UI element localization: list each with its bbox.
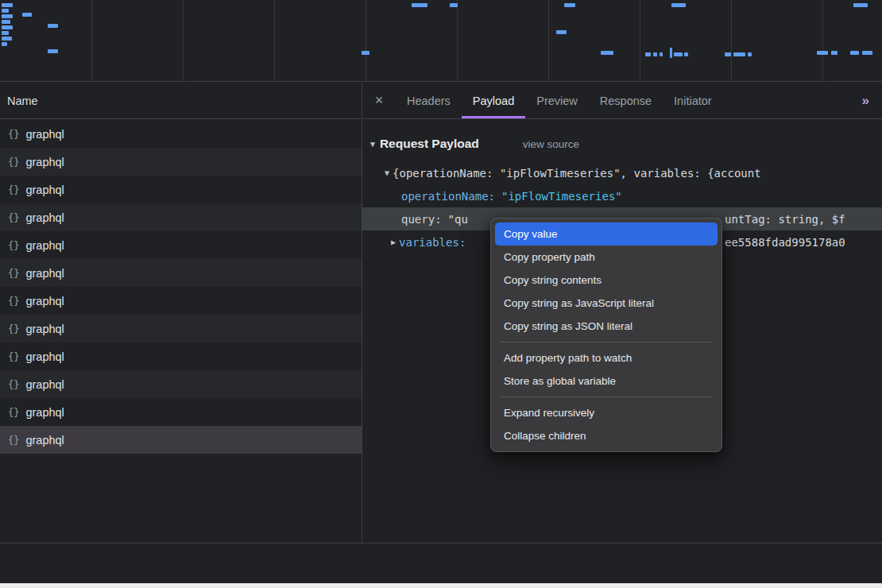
network-row[interactable]: {}graphql: [0, 287, 362, 315]
timeline-request-bar: [2, 14, 13, 18]
timeline-request-bar: [853, 3, 868, 7]
chevron-double-right-icon: »: [862, 93, 869, 109]
network-row[interactable]: {}graphql: [0, 148, 362, 176]
timeline-request-bar: [2, 20, 10, 24]
disclosure-collapsed-icon[interactable]: ▶: [391, 238, 396, 246]
network-row[interactable]: {}graphql: [0, 398, 362, 426]
details-tab-bar: × HeadersPayloadPreviewResponseInitiator…: [362, 83, 882, 119]
close-icon: ×: [375, 92, 384, 109]
menu-separator: [501, 397, 712, 397]
property-key: variables:: [399, 236, 466, 249]
property-key: query:: [401, 213, 442, 226]
timeline-request-bar: [412, 3, 427, 7]
window-bottom-edge: [0, 583, 882, 588]
network-row[interactable]: {}graphql: [0, 259, 362, 287]
menu-item-copy-string-as-json-literal[interactable]: Copy string as JSON literal: [495, 315, 718, 338]
root-object-preview: {operationName: "ipFlowTimeseries", vari…: [393, 167, 761, 180]
timeline-request-bar: [564, 3, 575, 7]
json-braces-icon: {}: [8, 379, 19, 390]
tab-preview[interactable]: Preview: [525, 83, 589, 118]
menu-item-expand-recursively[interactable]: Expand recursively: [495, 401, 718, 424]
json-braces-icon: {}: [8, 129, 19, 140]
menu-item-copy-property-path[interactable]: Copy property path: [495, 246, 718, 269]
menu-item-collapse-children[interactable]: Collapse children: [495, 424, 718, 447]
request-name: graphql: [25, 434, 64, 447]
timeline-gridline: [183, 0, 184, 81]
json-braces-icon: {}: [8, 240, 19, 251]
timeline-request-bar: [450, 3, 458, 7]
footer-area: [0, 544, 882, 583]
json-braces-icon: {}: [8, 157, 19, 168]
close-button[interactable]: ×: [362, 83, 396, 118]
disclosure-expanded-icon[interactable]: ▼: [385, 168, 389, 177]
timeline-request-bar: [556, 30, 567, 34]
tab-headers[interactable]: Headers: [396, 83, 462, 118]
json-braces-icon: {}: [8, 407, 19, 418]
network-row[interactable]: {}graphql: [0, 120, 362, 148]
network-row[interactable]: {}graphql: [0, 203, 362, 231]
menu-item-copy-string-as-javascript-literal[interactable]: Copy string as JavaScript literal: [495, 292, 718, 315]
timeline-gridline: [548, 0, 549, 81]
network-row[interactable]: {}graphql: [0, 315, 362, 342]
request-list: {}graphql{}graphql{}graphql{}graphql{}gr…: [0, 120, 362, 454]
json-braces-icon: {}: [8, 268, 19, 279]
timeline-request-bar: [2, 37, 12, 41]
timeline-request-bar: [817, 51, 828, 55]
menu-item-copy-string-contents[interactable]: Copy string contents: [495, 269, 718, 292]
network-row[interactable]: {}graphql: [0, 176, 362, 203]
name-column-label: Name: [7, 95, 38, 107]
request-name: graphql: [25, 184, 64, 196]
timeline-request-bar: [645, 52, 651, 56]
tab-payload[interactable]: Payload: [462, 83, 525, 118]
menu-item-copy-value[interactable]: Copy value: [495, 222, 718, 246]
property-value-continued: untTag: string, $f: [725, 213, 845, 226]
name-column-header[interactable]: Name: [0, 83, 362, 119]
network-row[interactable]: {}graphql: [0, 342, 362, 370]
timeline-request-bar: [2, 9, 9, 13]
network-row[interactable]: {}graphql: [0, 231, 362, 259]
disclosure-expanded-icon[interactable]: ▼: [369, 140, 377, 149]
request-name: graphql: [25, 406, 64, 419]
menu-item-store-as-global-variable[interactable]: Store as global variable: [495, 369, 718, 393]
timeline-request-bar: [850, 51, 859, 55]
network-row[interactable]: {}graphql: [0, 426, 362, 454]
timeline-request-bar: [2, 31, 9, 35]
timeline-request-bar: [2, 42, 7, 46]
timeline-request-bar: [862, 51, 872, 55]
timeline-gridline: [91, 0, 92, 81]
timeline-request-bar: [362, 51, 369, 55]
json-braces-icon: {}: [8, 212, 19, 223]
request-name: graphql: [25, 267, 64, 280]
more-tabs-button[interactable]: »: [862, 83, 882, 118]
timeline-request-bar: [2, 25, 13, 29]
timeline-gridline: [731, 0, 732, 81]
timeline-request-bar: [831, 51, 838, 55]
timeline-gridline: [822, 0, 823, 81]
request-name: graphql: [25, 350, 64, 363]
tree-row-operation-name[interactable]: operationName: "ipFlowTimeseries": [362, 184, 882, 207]
tab-initiator[interactable]: Initiator: [663, 83, 723, 118]
timeline-request-bar: [671, 3, 686, 7]
json-braces-icon: {}: [8, 323, 19, 335]
tab-response[interactable]: Response: [589, 83, 663, 118]
property-value-start: "qu: [448, 213, 468, 226]
timeline-request-bar: [733, 52, 745, 56]
property-value-continued: ee5588fdad995178a0: [725, 236, 845, 249]
timeline-request-bar: [653, 52, 657, 56]
timeline-request-bar: [670, 48, 672, 58]
timeline-request-bar: [48, 49, 58, 53]
menu-item-add-property-path-to-watch[interactable]: Add property path to watch: [495, 346, 718, 369]
request-name: graphql: [25, 295, 64, 308]
tree-row-root[interactable]: ▼ {operationName: "ipFlowTimeseries", va…: [362, 161, 882, 184]
network-overview-timeline[interactable]: [0, 0, 882, 82]
view-source-link[interactable]: view source: [523, 138, 579, 150]
timeline-request-bar: [2, 3, 13, 7]
tab-strip: HeadersPayloadPreviewResponseInitiator: [396, 83, 723, 118]
network-row[interactable]: {}graphql: [0, 370, 362, 398]
timeline-request-bar: [674, 52, 683, 56]
request-name: graphql: [25, 156, 64, 168]
request-payload-header: ▼ Request Payload view source: [362, 130, 882, 157]
json-braces-icon: {}: [8, 296, 19, 307]
request-name: graphql: [25, 211, 64, 224]
json-braces-icon: {}: [8, 184, 19, 195]
